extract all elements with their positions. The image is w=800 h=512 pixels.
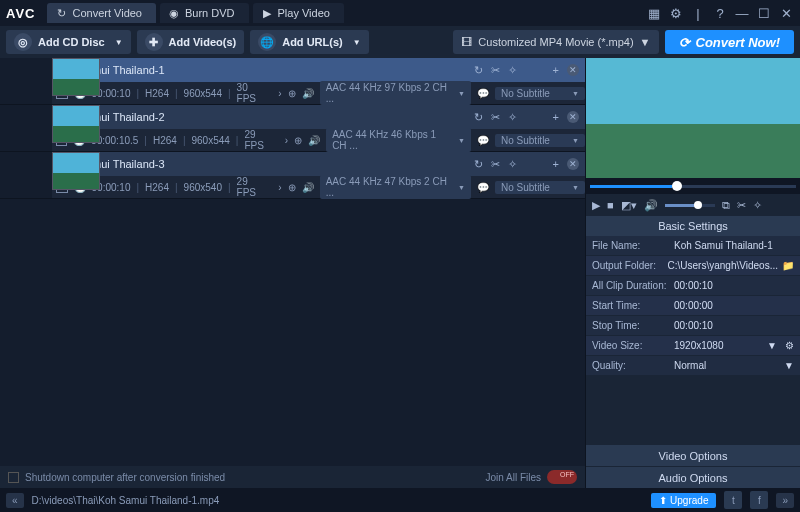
scissors-icon[interactable]: ✂ <box>491 158 500 171</box>
help-icon[interactable]: ? <box>712 6 728 21</box>
play-icon[interactable]: ▶ <box>592 199 600 212</box>
twitter-icon[interactable]: t <box>724 491 742 509</box>
tab-burn-dvd[interactable]: ◉ Burn DVD <box>160 3 249 23</box>
extra-options: Video Options Audio Options <box>586 444 800 488</box>
settings-label: Stop Time: <box>592 320 674 331</box>
remove-icon[interactable]: ✕ <box>567 64 579 76</box>
settings-value[interactable]: C:\Users\yangh\Videos...📁 <box>668 260 794 271</box>
add-cd-disc-button[interactable]: ◎ Add CD Disc ▼ <box>6 30 131 54</box>
expand-icon[interactable]: › <box>285 135 288 146</box>
refresh-icon[interactable]: ↻ <box>474 111 483 124</box>
next-button[interactable]: » <box>776 493 794 508</box>
refresh-icon[interactable]: ↻ <box>474 158 483 171</box>
window-controls: ▦ ⚙ | ? — ☐ ✕ <box>646 6 794 21</box>
button-label: Add CD Disc <box>38 36 105 48</box>
effects-icon[interactable]: ✧ <box>508 64 517 77</box>
minimize-icon[interactable]: — <box>734 6 750 21</box>
output-profile-select[interactable]: 🎞 Customized MP4 Movie (*.mp4) ▼ <box>453 30 658 54</box>
scissors-icon[interactable]: ✂ <box>491 111 500 124</box>
facebook-icon[interactable]: f <box>750 491 768 509</box>
join-all-toggle[interactable]: OFF <box>547 470 577 484</box>
effects-icon[interactable]: ✧ <box>508 111 517 124</box>
file-name: Koh Samui Thailand-2 <box>52 111 474 123</box>
file-res: 960x544 <box>184 88 222 99</box>
prev-button[interactable]: « <box>6 493 24 508</box>
file-list: Koh Samui Thailand-1↻✂✧+✕✓🕑00:00:10|H264… <box>0 58 585 466</box>
settings-value[interactable]: 00:00:10 <box>674 280 794 291</box>
preview-area[interactable] <box>586 58 800 178</box>
crop-icon[interactable]: ✧ <box>753 199 762 212</box>
track-icon: ⊕ <box>288 182 296 193</box>
add-videos-button[interactable]: ✚ Add Video(s) <box>137 30 245 54</box>
close-icon[interactable]: ✕ <box>778 6 794 21</box>
seek-bar[interactable] <box>590 185 796 188</box>
file-panel: Koh Samui Thailand-1↻✂✧+✕✓🕑00:00:10|H264… <box>0 58 585 488</box>
convert-now-button[interactable]: ⟳ Convert Now! <box>665 30 795 54</box>
expand-icon[interactable]: › <box>278 88 281 99</box>
tab-play-video[interactable]: ▶ Play Video <box>253 3 344 23</box>
settings-value[interactable]: Normal▼ <box>674 360 794 371</box>
subtitle-icon: 💬 <box>477 182 489 193</box>
menu-icon[interactable]: ▦ <box>646 6 662 21</box>
subtitle-select[interactable]: No Subtitle▼ <box>495 181 585 194</box>
tab-convert-video[interactable]: ↻ Convert Video <box>47 3 156 23</box>
file-item[interactable]: Koh Samui Thailand-1↻✂✧+✕✓🕑00:00:10|H264… <box>0 58 585 105</box>
tab-label: Play Video <box>278 7 330 19</box>
settings-value[interactable]: 00:00:10 <box>674 320 794 331</box>
remove-icon[interactable]: ✕ <box>567 111 579 123</box>
upgrade-button[interactable]: ⬆Upgrade <box>651 493 716 508</box>
settings-label: File Name: <box>592 240 674 251</box>
add-urls-button[interactable]: 🌐 Add URL(s) ▼ <box>250 30 368 54</box>
add-icon[interactable]: + <box>553 111 559 123</box>
chevron-down-icon[interactable]: ▼ <box>784 360 794 371</box>
settings-row: Start Time:00:00:00 <box>586 296 800 316</box>
scissors-icon[interactable]: ✂ <box>491 64 500 77</box>
expand-icon[interactable]: › <box>278 182 281 193</box>
refresh-icon[interactable]: ↻ <box>474 64 483 77</box>
settings-row: Output Folder:C:\Users\yangh\Videos...📁 <box>586 256 800 276</box>
effects-icon[interactable]: ✧ <box>508 158 517 171</box>
file-res: 960x540 <box>184 182 222 193</box>
audio-select[interactable]: AAC 44 KHz 47 Kbps 2 CH ...▼ <box>320 175 471 199</box>
button-label: Convert Now! <box>696 35 781 50</box>
volume-icon[interactable]: 🔊 <box>644 199 658 212</box>
snapshot-icon[interactable]: ◩▾ <box>621 199 637 212</box>
settings-value[interactable]: 1920x1080▼⚙ <box>674 340 794 351</box>
file-codec: H264 <box>145 88 169 99</box>
globe-icon: 🌐 <box>258 33 276 51</box>
folder-icon[interactable]: 📁 <box>782 260 794 271</box>
file-header[interactable]: Koh Samui Thailand-1↻✂✧+✕ <box>52 58 585 82</box>
seek-knob[interactable] <box>672 181 682 191</box>
video-options-button[interactable]: Video Options <box>586 444 800 466</box>
shutdown-checkbox[interactable] <box>8 472 19 483</box>
file-item[interactable]: Koh Samui Thailand-3↻✂✧+✕✓🕑00:00:10|H264… <box>0 152 585 199</box>
subtitle-icon: 💬 <box>477 135 489 146</box>
file-header[interactable]: Koh Samui Thailand-3↻✂✧+✕ <box>52 152 585 176</box>
file-fps: 29 FPS <box>244 129 274 151</box>
audio-icon: 🔊 <box>308 135 320 146</box>
stop-icon[interactable]: ■ <box>607 199 614 211</box>
audio-select[interactable]: AAC 44 KHz 97 Kbps 2 CH ...▼ <box>320 81 471 105</box>
scissors-icon[interactable]: ✂ <box>737 199 746 212</box>
subtitle-select[interactable]: No Subtitle▼ <box>495 134 585 147</box>
chevron-down-icon[interactable]: ▼ <box>767 340 777 351</box>
file-item[interactable]: Koh Samui Thailand-2↻✂✧+✕✓🕑00:00:10.5|H2… <box>0 105 585 152</box>
file-details: ✓🕑00:00:10.5|H264|960x544|29 FPS›⊕🔊AAC 4… <box>52 129 585 151</box>
audio-options-button[interactable]: Audio Options <box>586 466 800 488</box>
gear-icon[interactable]: ⚙ <box>668 6 684 21</box>
chevron-down-icon: ▼ <box>640 36 651 48</box>
maximize-icon[interactable]: ☐ <box>756 6 772 21</box>
add-icon[interactable]: + <box>553 158 559 170</box>
settings-value[interactable]: Koh Samui Thailand-1 <box>674 240 794 251</box>
remove-icon[interactable]: ✕ <box>567 158 579 170</box>
file-fps: 29 FPS <box>237 176 269 198</box>
split-icon[interactable]: ⧉ <box>722 199 730 212</box>
audio-select[interactable]: AAC 44 KHz 46 Kbps 1 CH ...▼ <box>326 128 471 152</box>
volume-slider[interactable] <box>665 204 715 207</box>
add-icon[interactable]: + <box>553 64 559 76</box>
settings-value[interactable]: 00:00:00 <box>674 300 794 311</box>
gear-icon[interactable]: ⚙ <box>785 340 794 351</box>
file-header[interactable]: Koh Samui Thailand-2↻✂✧+✕ <box>52 105 585 129</box>
tab-label: Burn DVD <box>185 7 235 19</box>
subtitle-select[interactable]: No Subtitle▼ <box>495 87 585 100</box>
